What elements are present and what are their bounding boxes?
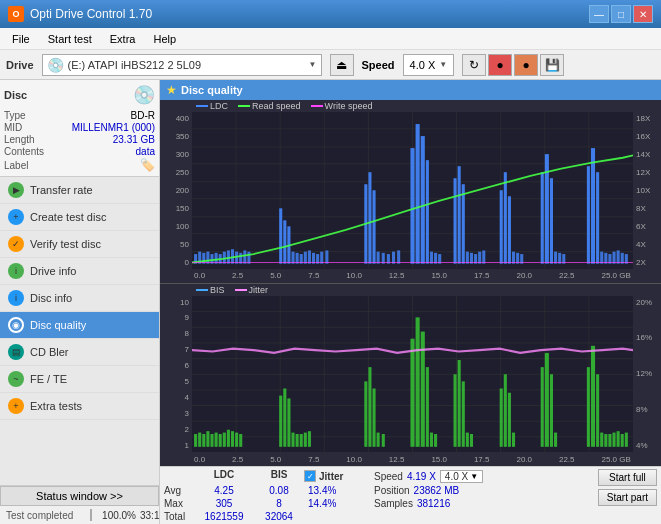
svg-rect-106 xyxy=(194,434,197,447)
svg-rect-60 xyxy=(462,184,465,263)
menu-start-test[interactable]: Start test xyxy=(40,31,100,47)
svg-rect-116 xyxy=(235,432,238,446)
nav-extra-tests[interactable]: + Extra tests xyxy=(0,393,159,420)
nav-label-cd-bler: CD Bler xyxy=(30,346,69,358)
samples-label: Samples xyxy=(374,498,413,509)
eject-button[interactable]: ⏏ xyxy=(330,54,354,76)
start-part-button[interactable]: Start part xyxy=(598,489,657,506)
nav-icon-transfer-rate: ▶ xyxy=(8,182,24,198)
disc-label-label: Label xyxy=(4,160,59,171)
legend-ldc-label: LDC xyxy=(210,101,228,111)
disc-title: Disc xyxy=(4,89,27,101)
speed-icons: ↻ ● ● 💾 xyxy=(462,54,564,76)
disc-button2[interactable]: ● xyxy=(514,54,538,76)
nav-disc-quality[interactable]: ◉ Disc quality xyxy=(0,312,159,339)
disc-button1[interactable]: ● xyxy=(488,54,512,76)
minimize-button[interactable]: — xyxy=(589,5,609,23)
legend-jitter: Jitter xyxy=(235,285,269,295)
nav-section: ▶ Transfer rate + Create test disc ✓ Ver… xyxy=(0,177,159,485)
nav-disc-info[interactable]: i Disc info xyxy=(0,285,159,312)
chart-header: ★ Disc quality xyxy=(160,80,661,100)
status-text: Test completed xyxy=(6,510,86,521)
close-button[interactable]: ✕ xyxy=(633,5,653,23)
disc-label-row: Label 🏷️ xyxy=(4,158,155,172)
svg-rect-80 xyxy=(596,172,599,263)
svg-rect-50 xyxy=(397,250,400,263)
stats-bis-col: BIS 0.08 8 32064 xyxy=(254,469,304,522)
svg-rect-136 xyxy=(434,434,437,447)
nav-drive-info[interactable]: i Drive info xyxy=(0,258,159,285)
svg-rect-128 xyxy=(373,388,376,446)
nav-label-disc-quality: Disc quality xyxy=(30,319,86,331)
sidebar: Disc 💿 Type BD-R MID MILLENMR1 (000) Len… xyxy=(0,80,160,524)
speed-dropdown-arrow: ▼ xyxy=(439,60,447,69)
svg-rect-134 xyxy=(426,367,429,447)
bottom-chart-x-axis: 0.0 2.5 5.0 7.5 10.0 12.5 15.0 17.5 20.0… xyxy=(160,452,661,466)
menu-file[interactable]: File xyxy=(4,31,38,47)
svg-rect-65 xyxy=(482,250,485,263)
legend-write-speed-label: Write speed xyxy=(325,101,373,111)
disc-length-label: Length xyxy=(4,134,59,145)
maximize-button[interactable]: □ xyxy=(611,5,631,23)
status-window-button[interactable]: Status window >> xyxy=(0,486,159,506)
stats-labels-col: Avg Max Total xyxy=(164,469,194,522)
svg-rect-148 xyxy=(550,374,553,447)
refresh-button[interactable]: ↻ xyxy=(462,54,486,76)
svg-rect-73 xyxy=(545,154,549,264)
start-full-button[interactable]: Start full xyxy=(598,469,657,486)
svg-rect-121 xyxy=(291,432,294,446)
title-bar-left: O Opti Drive Control 1.70 xyxy=(8,6,152,22)
nav-icon-cd-bler: ▤ xyxy=(8,344,24,360)
svg-rect-111 xyxy=(215,432,218,446)
title-bar: O Opti Drive Control 1.70 — □ ✕ xyxy=(0,0,661,28)
chart-area: ★ Disc quality LDC Read speed Write spee… xyxy=(160,80,661,524)
top-chart-y-axis-left: 400 350 300 250 200 150 100 50 0 xyxy=(160,112,192,269)
disc-contents-row: Contents data xyxy=(4,146,155,157)
nav-icon-disc-info: i xyxy=(8,290,24,306)
svg-rect-130 xyxy=(382,434,385,447)
jitter-checkbox[interactable]: ✓ xyxy=(304,470,316,482)
progress-bar-container xyxy=(90,509,92,521)
save-button[interactable]: 💾 xyxy=(540,54,564,76)
nav-create-test-disc[interactable]: + Create test disc xyxy=(0,204,159,231)
speed-setting-val: 4.0 X xyxy=(445,471,468,482)
drive-bar: Drive 💿 (E:) ATAPI iHBS212 2 5L09 ▼ ⏏ Sp… xyxy=(0,50,661,80)
speed-select[interactable]: 4.0 X ▼ xyxy=(403,54,455,76)
bis-max: 8 xyxy=(254,498,304,509)
menu-extra[interactable]: Extra xyxy=(102,31,144,47)
speed-setting-select[interactable]: 4.0 X ▼ xyxy=(440,470,483,483)
svg-rect-59 xyxy=(458,166,461,264)
disc-icon: 💿 xyxy=(133,84,155,106)
nav-fe-te[interactable]: ~ FE / TE xyxy=(0,366,159,393)
stats-speed-col: Speed 4.19 X 4.0 X ▼ Position 23862 MB S… xyxy=(374,469,483,509)
svg-rect-112 xyxy=(219,434,222,447)
top-chart-with-axes: 400 350 300 250 200 150 100 50 0 xyxy=(160,112,661,269)
chart-header-title: Disc quality xyxy=(181,84,243,96)
drive-select[interactable]: 💿 (E:) ATAPI iHBS212 2 5L09 ▼ xyxy=(42,54,322,76)
svg-rect-132 xyxy=(416,317,420,446)
speed-stat-label: Speed xyxy=(374,471,403,482)
nav-cd-bler[interactable]: ▤ CD Bler xyxy=(0,339,159,366)
svg-rect-138 xyxy=(458,360,461,447)
svg-rect-113 xyxy=(223,432,226,446)
bottom-chart-y-axis-left: 10 9 8 7 6 5 4 3 2 1 xyxy=(160,296,192,453)
svg-rect-125 xyxy=(308,431,311,447)
speed-value: 4.0 X xyxy=(410,59,436,71)
bottom-chart-with-axes: 10 9 8 7 6 5 4 3 2 1 xyxy=(160,296,661,453)
svg-rect-78 xyxy=(587,166,590,264)
menu-help[interactable]: Help xyxy=(145,31,184,47)
nav-verify-test-disc[interactable]: ✓ Verify test disc xyxy=(0,231,159,258)
disc-mid-label: MID xyxy=(4,122,59,133)
svg-rect-153 xyxy=(600,432,603,446)
nav-transfer-rate[interactable]: ▶ Transfer rate xyxy=(0,177,159,204)
svg-rect-141 xyxy=(470,434,473,447)
svg-rect-79 xyxy=(591,148,595,264)
bis-avg: 0.08 xyxy=(254,485,304,496)
speed-setting-arrow: ▼ xyxy=(470,472,478,481)
jitter-max: 14.4% xyxy=(304,498,374,509)
svg-rect-122 xyxy=(296,434,299,447)
nav-label-create-test-disc: Create test disc xyxy=(30,211,106,223)
svg-rect-38 xyxy=(308,250,311,263)
stats-ldc-col: LDC 4.25 305 1621559 xyxy=(194,469,254,522)
nav-label-disc-info: Disc info xyxy=(30,292,72,304)
